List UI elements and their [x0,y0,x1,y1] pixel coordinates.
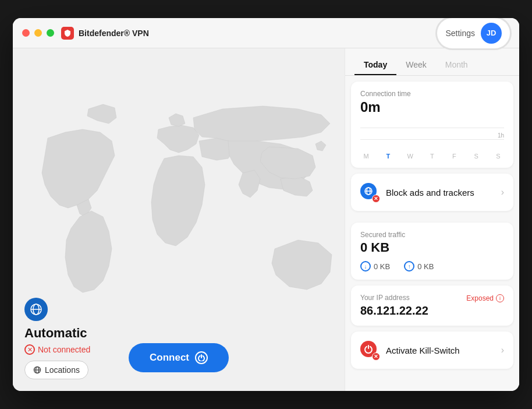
killswitch-chevron-icon: › [501,345,504,355]
connection-status: ✕ Not connected [24,344,90,355]
kill-switch-card[interactable]: ✕ Activate Kill-Switch › [351,332,513,369]
app-icon [61,27,74,40]
chart-day-s2: S [492,153,504,160]
secured-traffic-value: 0 KB [360,240,504,255]
location-name: Automatic [24,326,90,341]
traffic-row: ↓ 0 KB ↑ 0 KB [360,261,504,272]
power-icon [195,351,208,364]
exposed-text: Exposed [466,294,494,302]
exposed-badge: Exposed i [466,294,504,302]
download-item: ↓ 0 KB [360,261,390,272]
avatar[interactable]: JD [481,23,502,44]
block-ads-card[interactable]: ✕ Block ads and trackers › [351,174,513,211]
download-value: 0 KB [374,262,390,271]
block-ads-label: Block ads and trackers [386,188,494,198]
settings-label[interactable]: Settings [445,29,475,38]
chart-day-t: T [382,153,394,160]
chart-max-label: 1h [498,132,504,139]
ip-value: 86.121.22.22 [360,304,504,318]
chart-day-w: W [405,153,416,160]
kill-switch-label: Activate Kill-Switch [386,345,494,355]
location-globe-icon [24,298,48,321]
right-panel: Today Week Month Connection time 0m 1h [345,48,519,391]
close-button[interactable] [22,29,30,37]
traffic-lights [22,29,54,37]
not-connected-icon: ✕ [24,344,35,355]
settings-area[interactable]: Settings JD [437,18,510,48]
connect-label: Connect [150,352,189,364]
chevron-right-icon: › [501,187,504,198]
killswitch-icon: ✕ [360,341,379,359]
bottom-left-info: Automatic ✕ Not connected Locations [24,298,90,379]
locations-label: Locations [45,365,80,375]
tabs: Today Week Month [345,48,519,76]
locations-button[interactable]: Locations [24,361,88,379]
ip-header: Your IP address Exposed i [360,294,504,303]
chart-day-t2: T [426,153,438,160]
tab-month[interactable]: Month [436,55,477,75]
block-badge: ✕ [372,195,380,203]
connection-time-label: Connection time [360,90,504,98]
tab-today[interactable]: Today [354,55,396,75]
maximize-button[interactable] [47,29,54,37]
ip-address-card: Your IP address Exposed i 86.121.22.22 [351,285,513,326]
ip-label: Your IP address [360,294,410,302]
app-title: Bitdefender® VPN [79,29,149,38]
killswitch-badge: ✕ [372,352,380,361]
chart-day-s: S [470,153,482,160]
chart-day-m: M [360,153,372,160]
minimize-button[interactable] [34,29,42,37]
map-area: Automatic ✕ Not connected Locations Conn… [13,48,345,391]
download-icon: ↓ [360,261,371,272]
connection-time-value: 0m [360,99,504,115]
secured-traffic-label: Secured traffic [360,231,504,239]
chart-area: 1h [360,120,504,149]
app-window: Bitdefender® VPN Settings JD [13,18,519,391]
connection-time-card: Connection time 0m 1h M T W T F S S [351,82,513,168]
upload-item: ↑ 0 KB [404,261,434,272]
upload-icon: ↑ [404,261,414,272]
settings-group[interactable]: Settings JD [437,18,510,48]
chart-line-top [360,128,504,128]
info-icon[interactable]: i [496,294,504,302]
upload-value: 0 KB [417,262,434,271]
tab-week[interactable]: Week [396,55,436,75]
connect-button[interactable]: Connect [129,343,229,372]
secured-traffic-card: Secured traffic 0 KB ↓ 0 KB ↑ 0 KB [351,223,513,280]
chart-day-f: F [448,153,460,160]
not-connected-text: Not connected [38,345,90,354]
chart-line-bottom [360,139,504,140]
main-content: Automatic ✕ Not connected Locations Conn… [13,48,519,391]
block-ads-icon: ✕ [360,183,379,202]
chart-days: M T W T F S S [360,153,504,160]
titlebar: Bitdefender® VPN Settings JD [13,18,519,48]
